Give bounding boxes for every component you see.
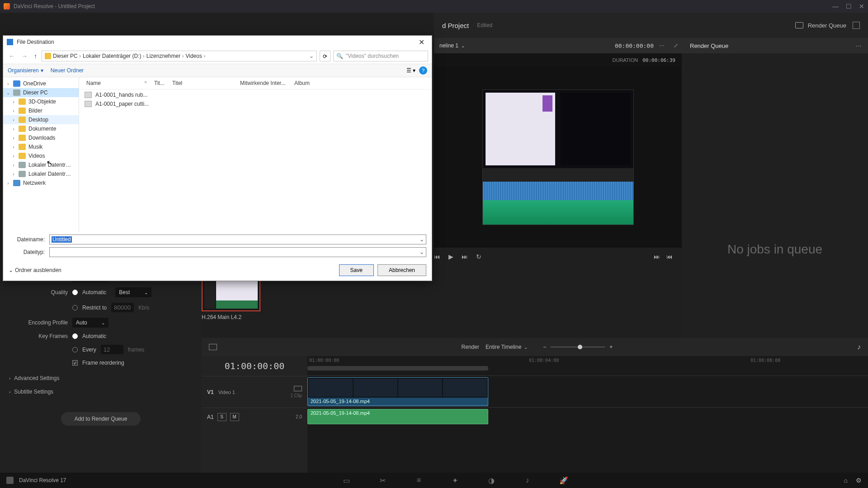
tree-node[interactable]: ›OneDrive xyxy=(3,79,79,88)
col-titel[interactable]: Titel xyxy=(169,79,236,87)
quality-best-select[interactable]: Best⌄ xyxy=(115,287,151,297)
next-button[interactable]: ⏭ xyxy=(462,253,468,260)
view-mode-button[interactable]: ☰ ▾ xyxy=(406,67,415,74)
dialog-close-button[interactable]: ✕ xyxy=(415,38,428,47)
cancel-button[interactable]: Abbrechen xyxy=(377,264,426,276)
tree-node[interactable]: ›Netzwerk xyxy=(3,178,79,188)
tree-node[interactable]: ⌄Dieser PC xyxy=(3,88,79,97)
hide-folders-toggle[interactable]: ⌄Ordner ausblenden xyxy=(9,267,61,273)
cut-page-tab[interactable]: ✂ xyxy=(378,476,387,485)
kf-every-input[interactable] xyxy=(101,345,123,354)
filename-dropdown[interactable]: ⌄ xyxy=(420,236,424,243)
go-end-button[interactable]: ⏭ xyxy=(654,253,660,260)
path-segment[interactable]: Videos xyxy=(185,53,205,59)
file-list[interactable]: Name^ Tit... Titel Mitwirkende Inter... … xyxy=(79,77,432,232)
timeline-timecode[interactable]: 01:00:00:00 xyxy=(202,356,307,376)
timeline-selector[interactable]: neline 1 ⌄ xyxy=(434,42,470,49)
path-segment[interactable]: Lizenznehmer xyxy=(146,53,184,59)
tree-node[interactable]: ›Downloads xyxy=(3,133,79,142)
file-row[interactable]: A1-0001_paper cutti... xyxy=(79,99,432,108)
audio-icon[interactable]: ♪ xyxy=(857,343,861,351)
restrict-radio[interactable] xyxy=(72,305,78,310)
filename-input[interactable]: Untitled ⌄ xyxy=(49,235,426,244)
loop-button[interactable]: ↻ xyxy=(476,253,481,260)
in-out-range[interactable] xyxy=(307,366,488,371)
tree-node[interactable]: ›Lokaler Datentr… xyxy=(3,160,79,169)
organize-menu[interactable]: Organisieren▾ xyxy=(8,67,43,74)
audio-track[interactable]: 2021-05-05_19-14-08.mp4 xyxy=(307,408,868,426)
mute-button[interactable]: M xyxy=(230,413,239,421)
tree-node[interactable]: ›Bilder xyxy=(3,106,79,115)
zoom-slider[interactable] xyxy=(551,347,605,347)
video-clip[interactable]: 2021-05-05_19-14-08.mp4 xyxy=(307,377,488,406)
path-segment[interactable]: Dieser PC xyxy=(53,53,81,59)
tree-node[interactable]: ›Videos xyxy=(3,151,79,160)
reorder-checkbox[interactable]: ✓ xyxy=(72,360,78,366)
viewer-timecode[interactable]: 00:00:00:00 xyxy=(615,42,654,49)
column-headers[interactable]: Name^ Tit... Titel Mitwirkende Inter... … xyxy=(79,77,432,89)
add-to-render-queue-button[interactable]: Add to Render Queue xyxy=(61,412,141,426)
encoding-select[interactable]: Auto⌄ xyxy=(72,318,108,328)
viewer-menu-button[interactable]: ⋯ xyxy=(659,42,665,49)
color-page-tab[interactable]: ◑ xyxy=(487,476,496,485)
restrict-input[interactable] xyxy=(111,303,134,312)
track-thumb-icon[interactable] xyxy=(294,386,302,391)
popout-button[interactable] xyxy=(853,22,860,29)
col-tit[interactable]: Tit... xyxy=(151,79,169,87)
timeline-ruler[interactable]: 01:00:00:00 01:00:04:00 01:00:08:00 xyxy=(307,356,868,376)
audio-track-header[interactable]: A1 S M 2.0 xyxy=(202,408,307,426)
col-alb[interactable]: Album xyxy=(291,79,428,87)
kf-auto-radio[interactable] xyxy=(72,333,78,339)
clip-thumbnail[interactable] xyxy=(202,278,260,311)
timeline-tracks[interactable]: 01:00:00:00 01:00:04:00 01:00:08:00 2021… xyxy=(307,356,868,473)
fairlight-page-tab[interactable]: ♪ xyxy=(523,476,532,485)
nav-up-button[interactable]: ↑ xyxy=(32,52,39,60)
new-folder-button[interactable]: Neuer Ordner xyxy=(51,67,84,74)
nav-forward-button[interactable]: → xyxy=(19,52,29,60)
path-segment[interactable]: Lokaler Datenträger (D:) xyxy=(83,53,145,59)
folder-tree[interactable]: ›OneDrive⌄Dieser PC›3D-Objekte›Bilder›De… xyxy=(3,77,79,232)
close-button[interactable]: ✕ xyxy=(859,3,864,10)
solo-button[interactable]: S xyxy=(217,413,226,421)
edit-page-tab[interactable]: ≡ xyxy=(415,476,424,485)
advanced-settings-toggle[interactable]: ›Advanced Settings xyxy=(9,371,193,385)
video-track-header[interactable]: V1 Video 1 1 Clip xyxy=(202,376,307,408)
render-queue-menu[interactable]: ⋯ xyxy=(856,42,862,49)
viewer[interactable] xyxy=(434,67,682,248)
quality-auto-radio[interactable] xyxy=(72,290,78,295)
tree-node[interactable]: ›Lokaler Datentr… xyxy=(3,169,79,178)
media-page-tab[interactable]: ▭ xyxy=(342,476,351,485)
fusion-page-tab[interactable]: ✦ xyxy=(451,476,460,485)
zoom-in-button[interactable]: + xyxy=(609,344,613,350)
refresh-button[interactable]: ⟳ xyxy=(320,51,330,61)
project-settings-button[interactable]: ⚙ xyxy=(856,477,862,484)
viewer-popout[interactable]: ⤢ xyxy=(674,42,678,49)
tree-node[interactable]: ›Dokumente xyxy=(3,124,79,133)
audio-clip[interactable]: 2021-05-05_19-14-08.mp4 xyxy=(307,409,488,424)
path-dropdown[interactable]: ⌄ xyxy=(309,53,314,59)
zoom-out-button[interactable]: − xyxy=(543,344,546,350)
tree-node[interactable]: ›Musik xyxy=(3,142,79,151)
prev-button[interactable]: ⏮ xyxy=(434,253,440,260)
render-scope-select[interactable]: Entire Timeline ⌄ xyxy=(486,344,528,350)
tree-node[interactable]: ›Desktop xyxy=(3,115,79,124)
path-breadcrumb[interactable]: Dieser PC Lokaler Datenträger (D:) Lizen… xyxy=(42,51,317,61)
kf-every-radio[interactable] xyxy=(72,347,78,352)
video-track[interactable]: 2021-05-05_19-14-08.mp4 xyxy=(307,376,868,408)
filetype-select[interactable]: ⌄ xyxy=(49,247,426,257)
go-start-button[interactable]: ⏮ xyxy=(666,253,673,260)
col-mit[interactable]: Mitwirkende Inter... xyxy=(236,79,291,87)
col-name[interactable]: Name^ xyxy=(83,79,151,87)
help-button[interactable]: ? xyxy=(419,66,427,75)
minimize-button[interactable]: — xyxy=(832,3,839,10)
home-button[interactable]: ⌂ xyxy=(844,477,848,484)
deliver-page-tab[interactable]: 🚀 xyxy=(559,476,568,485)
thumbnail-view-icon[interactable] xyxy=(209,344,217,350)
play-button[interactable]: ▶ xyxy=(448,253,453,260)
search-field[interactable]: 🔍 "Videos" durchsuchen xyxy=(333,51,428,61)
subtitle-settings-toggle[interactable]: ›Subtitle Settings xyxy=(9,385,193,399)
render-queue-toggle[interactable]: Render Queue xyxy=(795,22,846,29)
save-button[interactable]: Save xyxy=(339,264,374,276)
nav-back-button[interactable]: ← xyxy=(7,52,17,60)
tree-node[interactable]: ›3D-Objekte xyxy=(3,97,79,106)
